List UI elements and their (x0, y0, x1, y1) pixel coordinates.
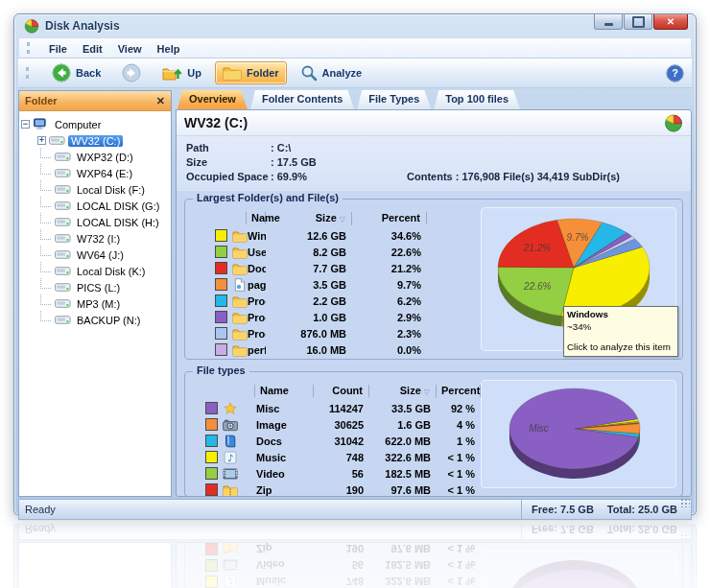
table-row-zip[interactable]: Zip19097.6 MB< 1 % (187, 482, 481, 497)
menu-item-file[interactable]: File (41, 41, 75, 57)
largest-group: Largest Folder(s) and File(s) NameSize ▽… (184, 199, 683, 360)
cell-size: 8.2 GB (266, 247, 352, 258)
table-row-users[interactable]: Users8.2 GB22.6% (187, 244, 481, 260)
color-swatch (215, 343, 227, 356)
tree-connector (40, 148, 51, 158)
table-row-misc[interactable]: Misc11424733.5 GB92 % (187, 400, 481, 416)
table-row-docs[interactable]: Docs31042622.0 MB1 % (187, 433, 481, 449)
resize-grip[interactable] (681, 499, 690, 507)
filetypes-group: File types NameCountSize ▽PercentMisc114… (184, 371, 683, 497)
menu-item-view[interactable]: View (110, 41, 150, 57)
table-row-windows[interactable]: Windows12.6 GB34.6% (187, 227, 481, 244)
tree-item-mp3-m[interactable]: MP3 (M:) (21, 295, 169, 312)
tree-connector (40, 262, 51, 272)
sort-descending-icon: ▽ (340, 215, 345, 223)
tree-item-wv64-j[interactable]: WV64 (J:) (21, 247, 169, 263)
color-swatch (205, 402, 218, 414)
tab-folder-contents[interactable]: Folder Contents (250, 90, 354, 109)
cell-size: 33.5 GB (369, 403, 437, 414)
table-row-program[interactable]: Program...2.2 GB6.2% (187, 293, 481, 309)
path-value: : C:\ (271, 141, 363, 155)
column-header-size[interactable]: Size ▽ (266, 212, 352, 225)
column-header-percent[interactable]: Percent (437, 385, 481, 397)
help-button[interactable]: ? (666, 64, 684, 82)
tree-item-label: WV32 (C:) (68, 135, 123, 147)
cell-percent: < 1 % (437, 484, 481, 496)
tree-item-label: Local Disk (F:) (74, 184, 148, 196)
maximize-button[interactable] (624, 14, 652, 30)
zip-icon (223, 483, 238, 497)
tree-item-label: WXP32 (D:) (74, 152, 136, 163)
content-area: Folder ✕ −Computer+WV32 (C:)WXP32 (D:)WX… (18, 90, 692, 497)
table-row-program[interactable]: Program ...1.0 GB2.9% (187, 309, 481, 325)
svg-text:♪: ♪ (227, 452, 233, 462)
tree-item-label: WV64 (J:) (74, 249, 127, 261)
table-row-music[interactable]: ♪Music748322.6 MB< 1 % (187, 449, 481, 465)
cell-percent: 21.2% (352, 263, 427, 274)
tree-item-wxp64-e[interactable]: WXP64 (E:) (21, 165, 169, 181)
folder-sidebar: Folder ✕ −Computer+WV32 (C:)WXP32 (D:)WX… (18, 90, 172, 497)
svg-text:21.2%: 21.2% (523, 243, 551, 253)
column-header-name[interactable]: Name (254, 385, 314, 397)
color-swatch (215, 294, 227, 307)
up-button[interactable]: Up (154, 61, 209, 85)
tree-item-local-disk-k[interactable]: Local Disk (K:) (21, 263, 169, 279)
column-header-percent[interactable]: Percent (352, 212, 427, 224)
folder-button[interactable]: Folder (215, 61, 287, 84)
analyze-button[interactable]: Analyze (293, 60, 370, 85)
color-swatch (205, 418, 218, 431)
expand-icon[interactable]: + (37, 136, 46, 145)
tab-overview[interactable]: Overview (178, 90, 248, 109)
table-row-pagefile-sys[interactable]: pagefile.sys3.5 GB9.7% (187, 276, 481, 293)
tree-item-local-disk-g[interactable]: LOCAL DISK (G:) (21, 198, 169, 214)
tree-connector (40, 213, 51, 223)
title-bar[interactable]: Disk Analysis ✕ (18, 14, 692, 37)
cell-name: Music (254, 452, 314, 463)
toolbar: Back Up Folder Analyze ? (18, 59, 692, 88)
sidebar-close-icon[interactable]: ✕ (156, 95, 165, 107)
column-header-name[interactable]: Name (246, 212, 266, 224)
up-label: Up (187, 67, 201, 79)
color-swatch (205, 451, 218, 463)
menu-item-edit[interactable]: Edit (75, 41, 110, 57)
minimize-button[interactable] (594, 14, 623, 30)
filetypes-chart-panel[interactable]: Misc (481, 380, 676, 488)
tree-item-local-disk-f[interactable]: Local Disk (F:) (21, 181, 169, 198)
table-row-program[interactable]: Program ...876.0 MB2.3% (187, 325, 481, 341)
color-swatch (215, 229, 227, 242)
largest-chart-panel[interactable]: 22.6%21.2%9.7% Windows ~34% Click to ana… (481, 207, 676, 351)
tree-item-label: LOCAL DISK (G:) (74, 200, 162, 212)
tree-item-w732-i[interactable]: W732 (I:) (21, 230, 169, 247)
color-swatch (215, 311, 227, 323)
tree-item-backup-n[interactable]: BACKUP (N:) (21, 312, 169, 328)
table-row-video[interactable]: Video56182.5 MB< 1 % (187, 465, 481, 482)
table-row-image[interactable]: Image306251.6 GB4 % (187, 416, 481, 433)
column-header-size[interactable]: Size ▽ (369, 385, 437, 398)
back-button[interactable]: Back (44, 59, 108, 86)
close-button[interactable]: ✕ (653, 14, 688, 30)
filetypes-pie-chart[interactable]: Misc (482, 381, 674, 491)
cell-percent: 2.3% (352, 328, 427, 340)
table-row-perflogs[interactable]: perflogs16.0 MB0.0% (187, 341, 481, 358)
color-swatch (215, 246, 227, 258)
tree-item-pics-l[interactable]: PICS (L:) (21, 279, 169, 295)
tree-item-wv32-c[interactable]: +WV32 (C:) (21, 132, 169, 149)
collapse-icon[interactable]: − (21, 120, 30, 129)
analyze-label: Analyze (322, 67, 363, 79)
forward-button[interactable] (114, 59, 149, 86)
menu-item-help[interactable]: Help (150, 41, 188, 57)
drive-icon (55, 265, 71, 277)
tree-item-local-disk-h[interactable]: LOCAL DISK (H:) (21, 214, 169, 230)
status-free: Free: 7.5 GB (532, 504, 594, 515)
menubar-grip[interactable] (27, 42, 33, 54)
tree-item-computer[interactable]: −Computer (21, 116, 169, 132)
column-header-count[interactable]: Count (314, 385, 369, 397)
table-row-documen[interactable]: Documen...7.7 GB21.2% (187, 260, 481, 276)
tree-item-wxp32-d[interactable]: WXP32 (D:) (21, 149, 169, 165)
window-title: Disk Analysis (45, 19, 120, 33)
tab-file-types[interactable]: File Types (357, 90, 431, 109)
drive-icon (49, 134, 65, 147)
maximize-icon (632, 16, 645, 28)
tab-top-100-files[interactable]: Top 100 files (434, 90, 520, 109)
toolbar-grip[interactable] (26, 67, 32, 79)
